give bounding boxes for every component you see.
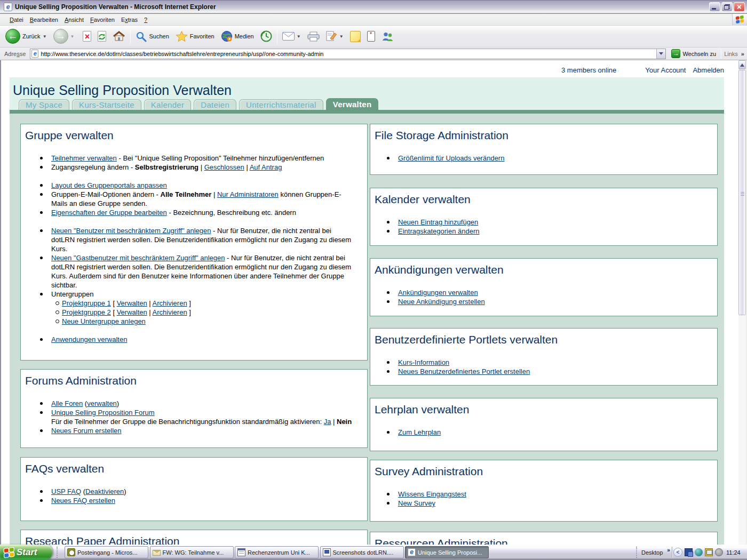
text: ] bbox=[187, 308, 191, 316]
text: ) bbox=[117, 399, 119, 407]
favorites-button[interactable]: Favoriten bbox=[172, 27, 218, 46]
link-verwalten[interactable]: Verwalten bbox=[117, 308, 147, 316]
link-ankündigungen-verwalten[interactable]: Ankündigungen verwalten bbox=[398, 289, 478, 297]
link-projektgruppe-1[interactable]: Projektgruppe 1 bbox=[62, 299, 111, 307]
link-new-survey[interactable]: New Survey bbox=[398, 499, 435, 507]
address-input[interactable]: e http://www.theservice.de/dotlrn/classe… bbox=[30, 49, 666, 59]
members-online[interactable]: 3 members online bbox=[561, 66, 616, 74]
research-button[interactable]: * bbox=[364, 27, 378, 46]
tray-monitor-icon[interactable] bbox=[705, 548, 713, 556]
tray-network-icon[interactable] bbox=[685, 548, 693, 556]
link-größenlimit-für-uploads-verändern[interactable]: Größenlimit für Uploads verändern bbox=[398, 154, 504, 162]
link-neue-untergruppe-anlegen[interactable]: Neue Untergruppe anlegen bbox=[62, 317, 146, 325]
link-anwendungen-verwalten[interactable]: Anwendungen verwalten bbox=[51, 335, 127, 343]
link-wissens-eingangstest[interactable]: Wissens Eingangstest bbox=[398, 490, 466, 498]
logout-link[interactable]: Abmelden bbox=[693, 66, 724, 74]
print-button[interactable] bbox=[304, 27, 323, 46]
link-ja[interactable]: Ja bbox=[324, 418, 331, 426]
mail-button[interactable]: ▼ bbox=[279, 27, 304, 46]
menu-bearbeiten[interactable]: Bearbeiten bbox=[27, 17, 61, 23]
link-teilnehmer-verwalten[interactable]: Teilnehmer verwalten bbox=[51, 154, 117, 162]
task-button-rechenzentrum-uni-k[interactable]: Rechenzentrum Uni K... bbox=[235, 546, 319, 558]
forward-dropdown-icon[interactable]: ▼ bbox=[70, 34, 75, 39]
desktop-label[interactable]: Desktop bbox=[641, 549, 663, 556]
tray-status-icon[interactable] bbox=[715, 548, 723, 556]
menu-favoriten[interactable]: Favoriten bbox=[87, 17, 118, 23]
back-dropdown-icon[interactable]: ▼ bbox=[43, 34, 47, 39]
menu-extras[interactable]: Extras bbox=[118, 17, 141, 23]
tab-kurs-startseite[interactable]: Kurs-Startseite bbox=[72, 99, 141, 110]
tab-unterrichtsmaterial[interactable]: Unterrichtsmaterial bbox=[239, 99, 323, 110]
scrollbar-up-button[interactable] bbox=[738, 60, 746, 69]
minimize-button[interactable] bbox=[709, 2, 720, 12]
links-menu[interactable]: Links » bbox=[724, 51, 747, 57]
link-layout-des-gruppenportals-anpassen[interactable]: Layout des Gruppenportals anpassen bbox=[51, 181, 167, 189]
discuss-note-icon bbox=[350, 31, 361, 42]
link-neues-benutzerdefiniertes-portlet-erstellen[interactable]: Neues Benutzerdefiniertes Portlet erstel… bbox=[398, 367, 530, 375]
link-neuen-eintrag-hinzufügen[interactable]: Neuen Eintrag hinzufügen bbox=[398, 218, 478, 226]
task-button-fw-wg-teilnahme-v[interactable]: FW: WG: Teilnahme v... bbox=[150, 546, 234, 558]
tray-globe-icon[interactable] bbox=[695, 548, 703, 556]
maximize-button[interactable] bbox=[721, 2, 733, 12]
link-neues-forum-erstellen[interactable]: Neues Forum erstellen bbox=[51, 427, 122, 435]
tray-collapse-button[interactable]: < bbox=[673, 548, 682, 557]
menu-[interactable]: ? bbox=[141, 17, 150, 23]
internet-explorer-icon: e bbox=[408, 548, 416, 556]
link-usp-faq[interactable]: USP FAQ bbox=[51, 487, 81, 495]
close-button[interactable]: × bbox=[734, 2, 745, 12]
your-account-link[interactable]: Your Account bbox=[645, 66, 686, 74]
link-neues-faq-erstellen[interactable]: Neues FAQ erstellen bbox=[51, 497, 115, 505]
task-label: Unique Selling Proposi... bbox=[418, 549, 482, 556]
mail-dropdown-icon[interactable]: ▼ bbox=[297, 34, 301, 39]
link-verwalten[interactable]: verwalten bbox=[87, 399, 117, 407]
home-button[interactable] bbox=[109, 27, 129, 46]
media-button[interactable]: Medien bbox=[218, 27, 257, 46]
link-eintragskategorien-ändern[interactable]: Eintragskategorien ändern bbox=[398, 227, 480, 235]
forward-button[interactable]: → ▼ bbox=[50, 27, 78, 46]
deskband-grip bbox=[636, 547, 638, 558]
task-button-unique-selling-proposi[interactable]: eUnique Selling Proposi... bbox=[405, 546, 489, 558]
menu-ansicht[interactable]: Ansicht bbox=[61, 17, 87, 23]
link-kurs-information[interactable]: Kurs-Information bbox=[398, 358, 449, 366]
link-projektgruppe-2[interactable]: Projektgruppe 2 bbox=[62, 308, 111, 316]
link-geschlossen[interactable]: Geschlossen bbox=[204, 163, 244, 171]
go-button[interactable]: → Wechseln zu bbox=[669, 49, 718, 59]
refresh-button[interactable] bbox=[94, 27, 109, 46]
edit-dropdown-icon[interactable]: ▼ bbox=[339, 34, 344, 39]
task-button-posteingang-micros[interactable]: Posteingang - Micros... bbox=[65, 546, 148, 558]
discuss-button[interactable] bbox=[347, 27, 364, 46]
link-archivieren[interactable]: Archivieren bbox=[153, 308, 187, 316]
link-neuen-gastbenutzer-mit-beschränktem-zugriff-anlegen[interactable]: Neuen "Gastbenutzer mit beschränktem Zug… bbox=[51, 254, 225, 262]
link-verwalten[interactable]: Verwalten bbox=[117, 299, 147, 307]
tab-kalender[interactable]: Kalender bbox=[144, 99, 191, 110]
history-button[interactable] bbox=[257, 27, 275, 46]
link-deaktivieren[interactable]: Deaktivieren bbox=[85, 487, 124, 495]
link-zum-lehrplan[interactable]: Zum Lehrplan bbox=[398, 428, 441, 436]
menu-datei[interactable]: Datei bbox=[6, 17, 27, 23]
research-icon: * bbox=[367, 31, 375, 42]
tab-verwalten[interactable]: Verwalten bbox=[326, 98, 379, 110]
link-neuen-benutzer-mit-beschränktem-zugriff-anlegen[interactable]: Neuen "Benutzer mit beschränktem Zugriff… bbox=[51, 227, 211, 235]
link-nur-administratoren[interactable]: Nur Administratoren bbox=[217, 190, 279, 198]
task-button-screenshots-dotlrn[interactable]: Screenshots dotLRN.... bbox=[320, 546, 404, 558]
link-eigenschaften-der-gruppe-bearbeiten[interactable]: Eigenschaften der Gruppe bearbeiten bbox=[51, 209, 167, 217]
scrollbar-thumb[interactable] bbox=[738, 70, 746, 315]
address-dropdown-button[interactable] bbox=[656, 49, 665, 59]
link-auf-antrag[interactable]: Auf Antrag bbox=[250, 163, 282, 171]
link-unique-selling-proposition-forum[interactable]: Unique Selling Proposition Forum bbox=[51, 409, 155, 417]
vertical-scrollbar[interactable] bbox=[738, 60, 746, 545]
messenger-button[interactable] bbox=[378, 27, 397, 46]
back-button[interactable]: ← Zurück ▼ bbox=[2, 27, 50, 46]
stop-button[interactable]: × bbox=[80, 27, 94, 46]
edit-button[interactable]: ▼ bbox=[323, 27, 347, 46]
search-button[interactable]: Suchen bbox=[132, 27, 172, 46]
link-archivieren[interactable]: Archivieren bbox=[153, 299, 187, 307]
tab-my-space[interactable]: My Space bbox=[19, 99, 69, 110]
start-button[interactable]: Start bbox=[0, 545, 52, 560]
desktop-chevron-icon[interactable]: » bbox=[667, 547, 670, 553]
home-icon bbox=[113, 30, 125, 42]
link-alle-foren[interactable]: Alle Foren bbox=[51, 399, 83, 407]
tab-dateien[interactable]: Dateien bbox=[194, 99, 236, 110]
list-item: Alle Foren (verwalten) bbox=[51, 399, 357, 408]
link-neue-ankündigung-erstellen[interactable]: Neue Ankündigung erstellen bbox=[398, 298, 485, 306]
